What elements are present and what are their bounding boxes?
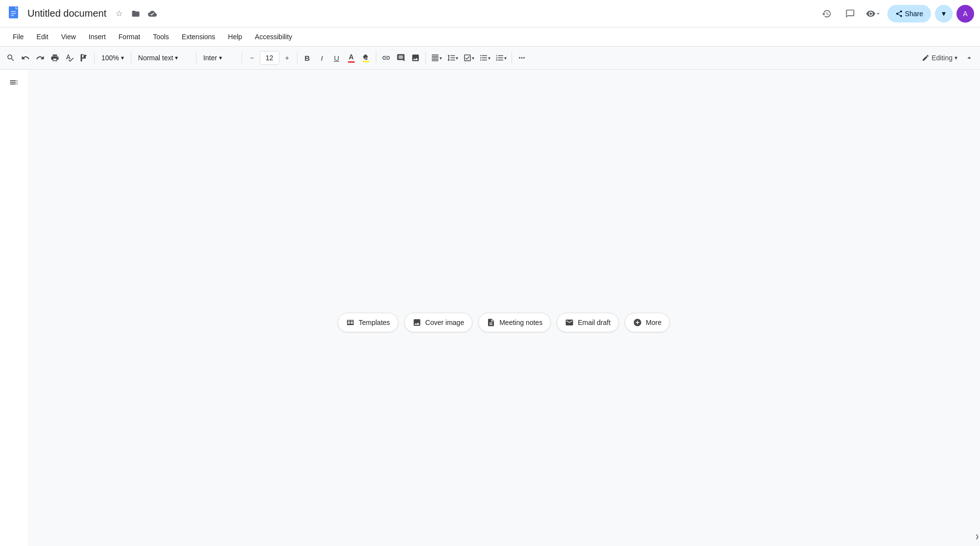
text-color-button[interactable]: A [344, 50, 358, 66]
scrollbar-track [974, 70, 980, 546]
suggestion-chips-container: Templates Cover image Meeting notes Emai… [338, 99, 670, 546]
email-draft-chip[interactable]: Email draft [557, 313, 619, 332]
divider-5 [297, 52, 297, 64]
link-button[interactable] [379, 50, 393, 66]
underline-button[interactable]: U [330, 50, 343, 66]
cover-image-chip[interactable]: Cover image [404, 313, 472, 332]
collapse-toolbar-button[interactable] [962, 50, 976, 66]
email-draft-icon [565, 318, 574, 327]
menu-accessibility[interactable]: Accessibility [249, 29, 298, 44]
decrease-font-size-button[interactable]: − [245, 51, 259, 65]
svg-rect-4 [11, 15, 14, 16]
line-spacing-button[interactable]: ▾ [445, 50, 460, 66]
templates-icon [346, 318, 355, 327]
menu-insert[interactable]: Insert [83, 29, 112, 44]
menu-bar: File Edit View Insert Format Tools Exten… [0, 27, 980, 46]
comments-button[interactable] [840, 4, 860, 24]
cloud-save-button[interactable] [146, 7, 159, 21]
document-area: Templates Cover image Meeting notes Emai… [27, 70, 980, 546]
add-comment-button[interactable] [394, 50, 408, 66]
divider-8 [512, 52, 512, 64]
menu-tools[interactable]: Tools [147, 29, 175, 44]
menu-help[interactable]: Help [222, 29, 248, 44]
cover-image-icon [413, 318, 421, 327]
toolbar: 100% ▾ Normal text ▾ Inter ▾ − + B I U A [0, 46, 980, 70]
paint-format-button[interactable] [77, 50, 91, 66]
undo-button[interactable] [19, 50, 32, 66]
zoom-selector[interactable]: 100% ▾ [98, 50, 128, 66]
view-mode-button[interactable] [864, 4, 883, 24]
share-dropdown-button[interactable]: ▾ [935, 5, 953, 23]
meeting-notes-label: Meeting notes [499, 319, 542, 326]
more-toolbar-options-button[interactable] [515, 50, 529, 66]
menu-file[interactable]: File [7, 29, 30, 44]
text-style-selector[interactable]: Normal text ▾ [134, 50, 193, 66]
increase-font-size-button[interactable]: + [280, 51, 294, 65]
font-size-container: − + [245, 51, 294, 65]
edit-mode-button[interactable]: Editing ▾ [918, 50, 961, 66]
email-draft-label: Email draft [578, 319, 611, 326]
svg-rect-2 [11, 11, 16, 12]
outline-panel [0, 70, 27, 91]
divider-2 [131, 52, 131, 64]
align-button[interactable]: ▾ [429, 50, 444, 66]
history-button[interactable] [817, 4, 836, 24]
font-family-selector[interactable]: Inter ▾ [199, 50, 239, 66]
scrollbar-collapse-button[interactable]: ❯ [974, 526, 980, 546]
numbered-list-button[interactable]: ▾ [493, 50, 509, 66]
header-right: Share ▾ A [817, 4, 974, 24]
meeting-notes-chip[interactable]: Meeting notes [478, 313, 551, 332]
bullet-list-button[interactable]: ▾ [477, 50, 492, 66]
more-icon [633, 318, 642, 327]
google-docs-icon [6, 5, 24, 23]
folder-button[interactable] [129, 7, 143, 21]
highlight-button[interactable] [359, 50, 373, 66]
font-size-input[interactable] [260, 51, 279, 65]
title-bar: Untitled document ☆ Share ▾ A [0, 0, 980, 27]
divider-4 [242, 52, 242, 64]
templates-label: Templates [359, 319, 390, 326]
more-label: More [646, 319, 662, 326]
print-button[interactable] [48, 50, 62, 66]
divider-6 [376, 52, 376, 64]
avatar[interactable]: A [956, 5, 974, 23]
menu-edit[interactable]: Edit [31, 29, 54, 44]
star-button[interactable]: ☆ [112, 7, 126, 21]
menu-format[interactable]: Format [113, 29, 146, 44]
more-chip[interactable]: More [625, 313, 670, 332]
document-title[interactable]: Untitled document [27, 8, 106, 19]
bold-button[interactable]: B [300, 50, 314, 66]
share-button[interactable]: Share [887, 5, 931, 23]
divider-3 [196, 52, 196, 64]
redo-button[interactable] [33, 50, 47, 66]
outline-toggle-button[interactable] [5, 74, 23, 91]
menu-view[interactable]: View [55, 29, 82, 44]
menu-extensions[interactable]: Extensions [176, 29, 221, 44]
cover-image-label: Cover image [425, 319, 464, 326]
svg-rect-3 [11, 13, 16, 14]
meeting-notes-icon [487, 318, 495, 327]
divider-1 [94, 52, 95, 64]
divider-7 [425, 52, 426, 64]
templates-chip[interactable]: Templates [338, 313, 398, 332]
spellcheck-button[interactable] [63, 50, 76, 66]
italic-button[interactable]: I [315, 50, 329, 66]
insert-image-button[interactable] [409, 50, 422, 66]
search-button[interactable] [4, 50, 18, 66]
checklist-button[interactable]: ▾ [461, 50, 476, 66]
share-label: Share [905, 10, 923, 18]
